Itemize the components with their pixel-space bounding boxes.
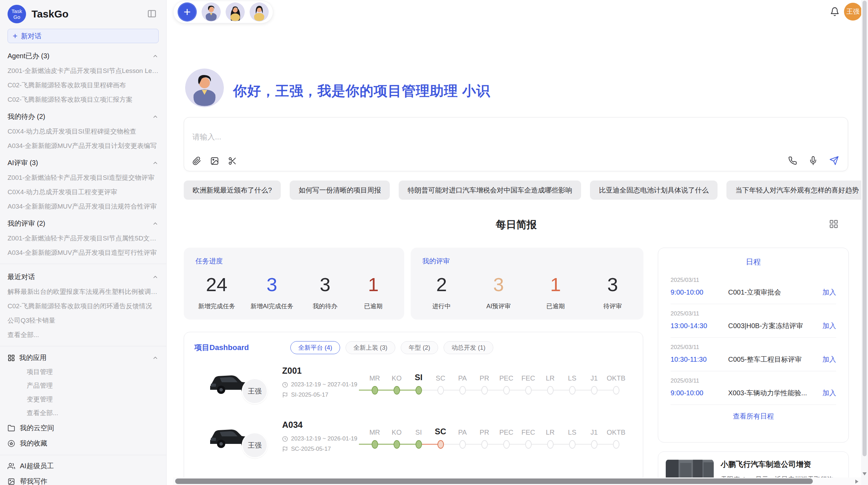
- project-row[interactable]: 王强 Z001 2023-12-19 ~ 2027-01-19 SI-2025-…: [184, 359, 643, 413]
- sidebar-task-item[interactable]: Z001-全新燃油轻卡产品开发项目SI造型提交物评审: [8, 174, 159, 182]
- milestone-node[interactable]: [437, 386, 444, 395]
- user-avatar-badge[interactable]: 王强: [844, 3, 862, 21]
- view-all-schedule-link[interactable]: 查看所有日程: [658, 405, 848, 428]
- sidebar-task-item[interactable]: A034-全新新能源MUV产品开发项目计划变更表编写: [8, 142, 159, 150]
- my-cloud-space[interactable]: 我的云空间: [8, 423, 159, 433]
- new-chat-button[interactable]: + 新对话: [8, 29, 159, 43]
- attachment-icon[interactable]: [192, 157, 201, 165]
- milestone-node[interactable]: [591, 440, 598, 449]
- milestone-node[interactable]: [437, 440, 444, 449]
- horizontal-scrollbar-thumb[interactable]: [175, 478, 813, 484]
- milestone-node[interactable]: [547, 440, 554, 449]
- sidebar-task-item[interactable]: A034-全新新能源MUV产品开发项目法规符合性评审: [8, 202, 159, 211]
- send-icon[interactable]: [829, 156, 839, 165]
- recent-chat-item[interactable]: 解释最新出台的欧盟报废车法规再生塑料比例被调至15%...: [8, 288, 159, 296]
- join-meeting-link[interactable]: 加入: [822, 355, 836, 364]
- add-agent-button[interactable]: [178, 2, 197, 22]
- chevron-up-icon[interactable]: [152, 220, 159, 227]
- screenshot-scissors-icon[interactable]: [228, 157, 237, 165]
- my-apps-header[interactable]: 我的应用: [8, 353, 159, 362]
- milestone-node[interactable]: [481, 386, 488, 395]
- join-meeting-link[interactable]: 加入: [822, 321, 836, 331]
- chevron-up-icon[interactable]: [152, 355, 159, 361]
- dashboard-filter-pill[interactable]: 全新上装 (3): [346, 341, 395, 354]
- recent-chat-item[interactable]: 公司Q3轻卡销量: [8, 316, 159, 325]
- suggestion-chip[interactable]: 欧洲新规最近颁布了什么?: [184, 181, 281, 200]
- dashboard-filter-pill[interactable]: 动总开发 (1): [444, 341, 493, 354]
- briefing-layout-icon[interactable]: [829, 219, 839, 229]
- app-sub-item[interactable]: 产品管理: [27, 382, 159, 390]
- app-sub-item[interactable]: 项目管理: [27, 368, 159, 376]
- team-avatar[interactable]: [250, 2, 269, 22]
- milestone: LS: [561, 425, 583, 451]
- milestone-node[interactable]: [547, 386, 554, 395]
- milestone-node[interactable]: [481, 440, 488, 449]
- dashboard-filter-pill[interactable]: 年型 (2): [401, 341, 438, 354]
- app-logo: Task Go TaskGo: [8, 5, 159, 23]
- notifications-bell-icon[interactable]: [830, 7, 840, 16]
- app-sub-item[interactable]: 变更管理: [27, 395, 159, 403]
- voice-call-icon[interactable]: [788, 156, 797, 165]
- chevron-up-icon[interactable]: [152, 113, 159, 120]
- milestone-node[interactable]: [394, 386, 400, 395]
- scroll-down-arrow[interactable]: [863, 472, 867, 475]
- suggestion-chip[interactable]: 比亚迪全固态电池计划具体说了什么: [590, 181, 718, 200]
- chevron-up-icon[interactable]: [152, 160, 159, 166]
- dashboard-title: 项目Dashboard: [194, 343, 290, 353]
- milestone-node[interactable]: [503, 440, 510, 449]
- team-avatar[interactable]: [202, 2, 221, 22]
- project-row[interactable]: 王强 A034 2023-12-19 ~ 2026-01-19 SC-2025-…: [184, 413, 643, 467]
- milestone-node[interactable]: [525, 386, 532, 395]
- schedule-date: 2025/03/11: [671, 310, 836, 317]
- milestone-node[interactable]: [459, 440, 466, 449]
- suggestion-chip[interactable]: 当下年轻人对汽车外观有怎样的喜好趋势: [726, 181, 868, 200]
- microphone-icon[interactable]: [809, 156, 818, 165]
- join-meeting-link[interactable]: 加入: [822, 288, 836, 297]
- apps-view-all[interactable]: 查看全部...: [27, 409, 159, 417]
- stat-item: 1 已逾期: [357, 274, 390, 310]
- chat-composer: [184, 117, 848, 171]
- milestone-node[interactable]: [569, 440, 576, 449]
- milestone-node[interactable]: [591, 386, 598, 395]
- sidebar-task-item[interactable]: C0X4-动力总成开发项目工程变更评审: [8, 188, 159, 196]
- milestone-node[interactable]: [613, 386, 619, 395]
- milestone-node[interactable]: [415, 440, 422, 449]
- chevron-up-icon[interactable]: [152, 274, 159, 281]
- sidebar-collapse-icon[interactable]: [147, 9, 157, 18]
- vertical-scrollbar-thumb[interactable]: [863, 1, 867, 456]
- sidebar-task-item[interactable]: C02-飞腾新能源轻客改款项目立项汇报方案: [8, 96, 159, 104]
- suggestion-chip[interactable]: 特朗普可能对进口汽车增税会对中国车企造成哪些影响: [399, 181, 581, 200]
- my-favorites[interactable]: 我的收藏: [8, 439, 159, 448]
- sidebar-task-item[interactable]: A034-全新新能源MUV产品开发项目造型可行性评审: [8, 249, 159, 257]
- recent-chats-view-all[interactable]: 查看全部...: [8, 331, 159, 339]
- milestone-node[interactable]: [613, 440, 619, 449]
- team-avatar[interactable]: [226, 2, 245, 22]
- suggestion-chip[interactable]: 如何写一份清晰的项目周报: [290, 181, 390, 200]
- milestone-node[interactable]: [525, 440, 532, 449]
- milestone-node[interactable]: [503, 386, 510, 395]
- milestone-node[interactable]: [372, 386, 378, 395]
- sidebar-task-item[interactable]: C02-飞腾新能源轻客改款项目里程碑画布: [8, 81, 159, 89]
- chevron-up-icon[interactable]: [152, 53, 159, 60]
- recent-chat-item[interactable]: C02-飞腾新能源轻客改款项目的闭环通告反馈情况: [8, 302, 159, 310]
- milestone-label: PA: [458, 371, 467, 382]
- horizontal-scrollbar: [173, 477, 861, 485]
- milestone-node[interactable]: [415, 386, 422, 395]
- insert-image-icon[interactable]: [210, 157, 219, 165]
- sidebar-task-item[interactable]: Z001-全新燃油轻卡产品开发项目SI节点属性5D文件评审: [8, 234, 159, 242]
- tool-ai-super-staff[interactable]: AI超级员工: [8, 461, 159, 471]
- dashboard-filter-pill[interactable]: 全新平台 (4): [290, 341, 340, 354]
- chat-input[interactable]: [192, 132, 707, 152]
- section-title: 我的待办 (2): [8, 112, 45, 121]
- milestone-node[interactable]: [459, 386, 466, 395]
- tool-help-me-write[interactable]: 帮我写作: [8, 477, 159, 485]
- milestone-node[interactable]: [569, 386, 576, 395]
- milestone-label: PA: [458, 425, 467, 436]
- recent-chats-title: 最近对话: [8, 272, 35, 282]
- sidebar-task-item[interactable]: Z001-全新燃油皮卡产品开发项目SI节点Lesson Learn报告: [8, 67, 159, 75]
- scroll-right-arrow[interactable]: [855, 480, 858, 484]
- join-meeting-link[interactable]: 加入: [822, 388, 836, 398]
- milestone-node[interactable]: [394, 440, 400, 449]
- sidebar-task-item[interactable]: C0X4-动力总成开发项目SI里程碑提交物检查: [8, 127, 159, 136]
- milestone-node[interactable]: [372, 440, 378, 449]
